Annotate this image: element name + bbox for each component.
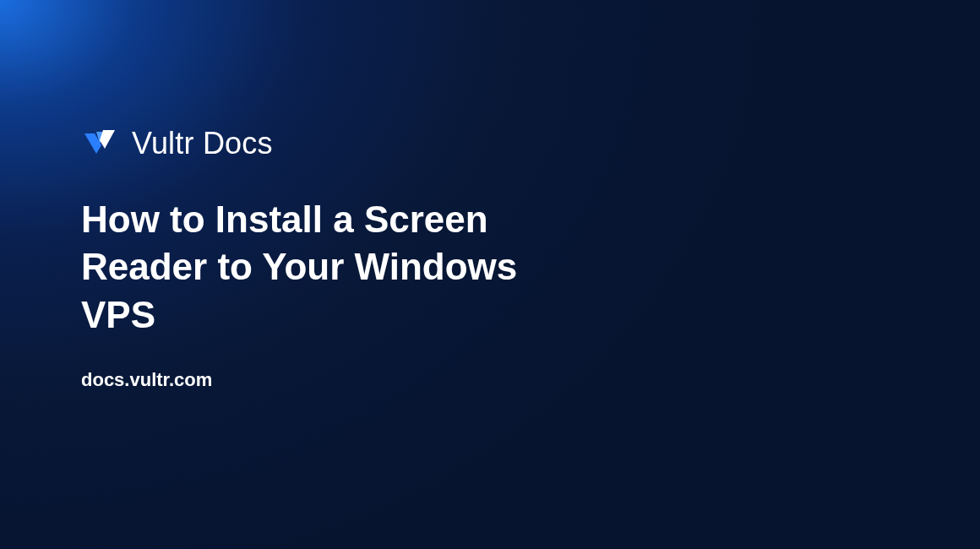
- content-container: Vultr Docs How to Install a Screen Reade…: [81, 125, 554, 391]
- domain-text: docs.vultr.com: [81, 369, 554, 391]
- vultr-logo-icon: [81, 125, 118, 162]
- page-title: How to Install a Screen Reader to Your W…: [81, 196, 554, 339]
- brand-row: Vultr Docs: [81, 125, 554, 162]
- brand-name: Vultr Docs: [132, 126, 273, 161]
